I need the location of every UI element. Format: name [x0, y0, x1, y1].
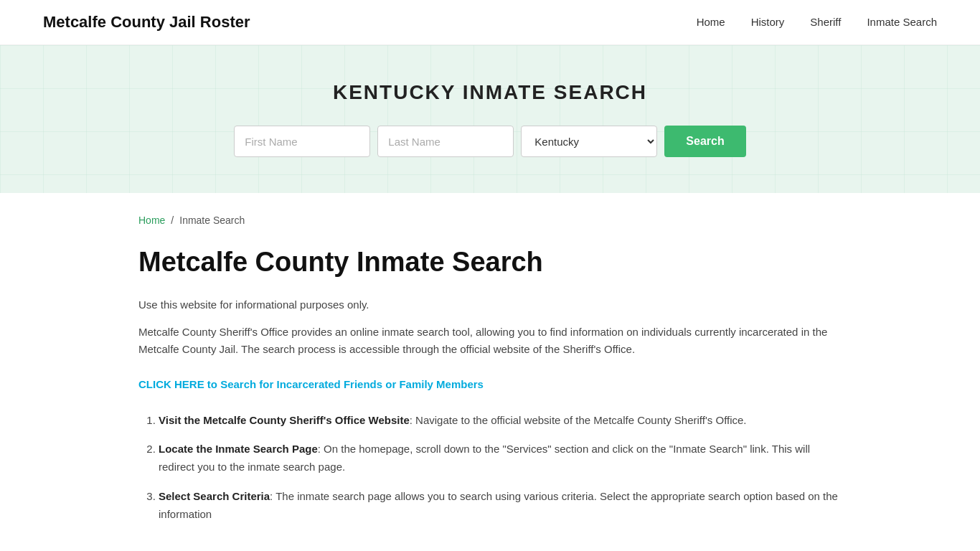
breadcrumb: Home / Inmate Search [138, 215, 842, 226]
nav-link-history[interactable]: History [751, 16, 785, 28]
site-header: Metcalfe County Jail Roster Home History… [0, 0, 980, 45]
step-item-2: Locate the Inmate Search Page: On the ho… [159, 441, 842, 476]
nav-link-inmate-search[interactable]: Inmate Search [867, 16, 937, 28]
main-content: Home / Inmate Search Metcalfe County Inm… [95, 193, 885, 551]
breadcrumb-current: Inmate Search [179, 215, 245, 226]
search-button[interactable]: Search [664, 126, 745, 157]
site-title[interactable]: Metcalfe County Jail Roster [43, 13, 250, 32]
breadcrumb-separator: / [171, 215, 174, 226]
cta-link[interactable]: CLICK HERE to Search for Incarcerated Fr… [138, 378, 484, 390]
nav-link-home[interactable]: Home [697, 16, 725, 28]
hero-banner: KENTUCKY INMATE SEARCH Kentucky Alabama … [0, 45, 980, 193]
nav-item-history: History [751, 16, 785, 29]
nav-link-sheriff[interactable]: Sheriff [810, 16, 841, 28]
step-item-1: Visit the Metcalfe County Sheriff's Offi… [159, 412, 842, 430]
nav-item-sheriff: Sheriff [810, 16, 841, 29]
step-1-bold: Visit the Metcalfe County Sheriff's Offi… [159, 414, 410, 426]
nav-item-home: Home [697, 16, 725, 29]
breadcrumb-home-link[interactable]: Home [138, 215, 165, 226]
nav-item-inmate-search: Inmate Search [867, 16, 937, 29]
page-title: Metcalfe County Inmate Search [138, 246, 842, 279]
search-form: Kentucky Alabama Alaska Arizona Arkansas… [14, 126, 966, 157]
step-item-3: Select Search Criteria: The inmate searc… [159, 488, 842, 524]
intro-text-2: Metcalfe County Sheriff's Office provide… [138, 324, 842, 358]
intro-text-1: Use this website for informational purpo… [138, 296, 842, 314]
step-2-bold: Locate the Inmate Search Page [159, 443, 318, 455]
steps-list: Visit the Metcalfe County Sheriff's Offi… [138, 412, 842, 524]
state-select[interactable]: Kentucky Alabama Alaska Arizona Arkansas… [521, 126, 657, 157]
hero-title: KENTUCKY INMATE SEARCH [14, 81, 966, 104]
main-nav: Home History Sheriff Inmate Search [697, 16, 937, 29]
step-1-text: : Navigate to the official website of th… [410, 414, 747, 426]
step-3-bold: Select Search Criteria [159, 490, 270, 502]
first-name-input[interactable] [234, 126, 370, 157]
last-name-input[interactable] [377, 126, 514, 157]
nav-links: Home History Sheriff Inmate Search [697, 16, 937, 29]
